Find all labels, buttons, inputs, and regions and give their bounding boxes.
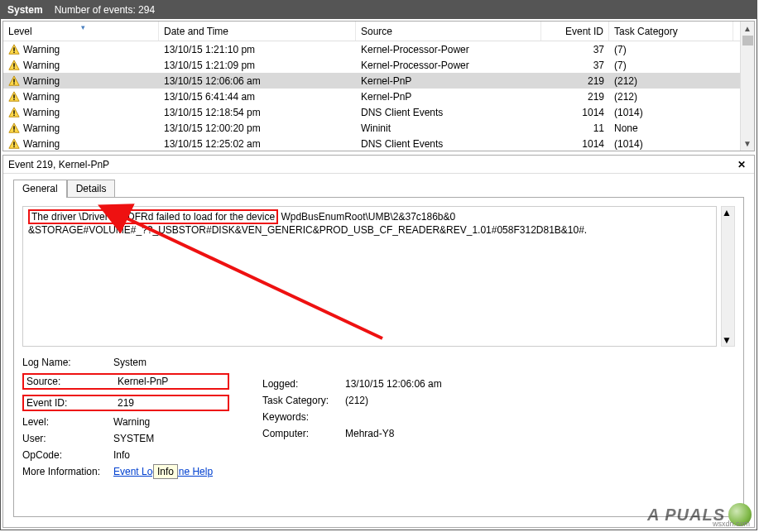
cell-date: 13/10/15 12:25:02 am — [159, 136, 356, 151]
cell-level: Warning — [23, 107, 60, 118]
cell-source: DNS Client Events — [356, 136, 541, 151]
cell-level: Warning — [23, 91, 60, 103]
tab-general[interactable]: General — [13, 180, 67, 198]
titlebar: System Number of events: 294 — [1, 1, 757, 19]
cell-event-id: 1014 — [541, 104, 609, 121]
cell-source: Kernel-Processor-Power — [356, 57, 541, 74]
event-viewer-window: System Number of events: 294 Level ▾ Dat… — [0, 0, 757, 530]
value-opcode: Info — [113, 449, 221, 461]
fields-column-left: Log Name: System Source: Kernel-PnP Even… — [22, 357, 229, 477]
cell-date: 13/10/15 1:21:09 pm — [159, 57, 356, 74]
warning-icon — [8, 44, 20, 55]
fields-column-right: Logged: 13/10/15 12:06:06 am Task Catego… — [262, 378, 478, 477]
value-event-id: 219 — [118, 397, 225, 409]
column-header-level[interactable]: Level ▾ — [3, 22, 159, 41]
cell-task: (7) — [609, 57, 733, 74]
column-header-source[interactable]: Source — [356, 22, 541, 41]
events-table-body: Warning13/10/15 1:21:10 pmKernel-Process… — [3, 41, 740, 151]
events-scrollbar[interactable]: ▲ ▼ — [740, 22, 754, 151]
detail-tab-strip: General Details — [3, 174, 754, 197]
label-computer: Computer: — [262, 428, 345, 439]
svg-rect-8 — [13, 110, 14, 113]
value-log-name: System — [113, 357, 221, 368]
cell-event-id: 11 — [541, 120, 609, 137]
field-keywords: Keywords: — [262, 411, 478, 423]
table-row[interactable]: Warning13/10/15 12:06:06 amKernel-PnP219… — [3, 73, 740, 89]
table-row[interactable]: Warning13/10/15 1:21:10 pmKernel-Process… — [3, 41, 740, 57]
events-list-pane: Level ▾ Date and Time Source Event ID Ta… — [2, 21, 755, 151]
field-more-info: More Information: Event Log Online Help … — [22, 466, 229, 477]
tab-details[interactable]: Details — [67, 180, 116, 198]
warning-icon — [8, 138, 20, 150]
column-header-task[interactable]: Task Category — [609, 22, 733, 41]
svg-rect-4 — [13, 79, 14, 82]
table-row[interactable]: Warning13/10/15 12:25:02 amDNS Client Ev… — [3, 136, 740, 151]
cell-date: 13/10/15 6:41:44 am — [159, 89, 356, 105]
scroll-thumb[interactable] — [742, 36, 753, 46]
table-row[interactable]: Warning13/10/15 1:21:09 pmKernel-Process… — [3, 57, 740, 73]
svg-rect-13 — [13, 146, 14, 146]
events-table-header: Level ▾ Date and Time Source Event ID Ta… — [3, 22, 740, 41]
close-icon[interactable]: ✕ — [734, 159, 749, 170]
cell-date: 13/10/15 12:06:06 am — [159, 73, 356, 89]
warning-icon — [8, 60, 20, 71]
scroll-down-icon[interactable]: ▼ — [741, 137, 754, 151]
cell-event-id: 37 — [541, 41, 609, 58]
value-source: Kernel-PnP — [118, 376, 225, 387]
cell-source: Kernel-Processor-Power — [356, 41, 541, 58]
cell-event-id: 1014 — [541, 136, 609, 151]
desc-scroll-up-icon[interactable]: ▲ — [722, 207, 734, 218]
value-computer: Mehrad-Y8 — [345, 428, 453, 439]
field-logged: Logged: 13/10/15 12:06:06 am — [262, 378, 478, 390]
cell-event-id: 219 — [541, 89, 609, 105]
cell-source: Kernel-PnP — [356, 89, 541, 105]
cell-level: Warning — [23, 44, 60, 55]
svg-rect-5 — [13, 83, 14, 84]
event-fields-grid: Log Name: System Source: Kernel-PnP Even… — [22, 357, 735, 477]
cell-level: Warning — [23, 138, 60, 150]
value-level: Warning — [113, 416, 221, 428]
label-opcode: OpCode: — [22, 449, 113, 461]
field-level: Level: Warning — [22, 416, 229, 428]
label-keywords: Keywords: — [262, 411, 345, 423]
warning-icon — [8, 91, 20, 103]
warning-icon — [8, 122, 20, 134]
cell-source: Wininit — [356, 120, 541, 137]
table-row[interactable]: Warning13/10/15 6:41:44 amKernel-PnP219(… — [3, 89, 740, 104]
field-log-name: Log Name: System — [22, 357, 229, 368]
svg-rect-11 — [13, 130, 14, 131]
events-table: Level ▾ Date and Time Source Event ID Ta… — [3, 22, 740, 151]
column-header-date[interactable]: Date and Time — [159, 22, 356, 41]
desc-line2: &STORAGE#VOLUME#_??_USBSTOR#DISK&VEN_GEN… — [28, 224, 587, 236]
highlighted-driver-text: The driver \Driver\WUDFRd failed to load… — [28, 209, 278, 224]
label-user: User: — [22, 433, 113, 444]
event-description-box: The driver \Driver\WUDFRd failed to load… — [22, 206, 717, 347]
scroll-up-icon[interactable]: ▲ — [741, 22, 754, 36]
field-task-category: Task Category: (212) — [262, 395, 478, 406]
detail-header-bar: Event 219, Kernel-PnP ✕ — [3, 156, 754, 174]
cell-task: (212) — [609, 73, 733, 89]
value-logged: 13/10/15 12:06:06 am — [345, 378, 478, 390]
field-source: Source: Kernel-PnP — [22, 373, 229, 390]
desc-scroll-down-icon[interactable]: ▼ — [722, 334, 732, 346]
description-scrollbar[interactable]: ▲ ▼ — [721, 206, 735, 347]
table-row[interactable]: Warning13/10/15 12:18:54 pmDNS Client Ev… — [3, 104, 740, 120]
svg-rect-7 — [13, 98, 14, 99]
value-user: SYSTEM — [113, 433, 221, 444]
field-opcode: OpCode: Info — [22, 449, 229, 461]
svg-rect-9 — [13, 114, 14, 115]
corner-credit: wsxdn.com — [713, 520, 750, 528]
svg-rect-2 — [13, 63, 14, 66]
svg-rect-3 — [13, 67, 14, 68]
cell-date: 13/10/15 1:21:10 pm — [159, 41, 356, 58]
value-keywords — [345, 411, 453, 423]
label-source: Source: — [26, 376, 118, 387]
table-row[interactable]: Warning13/10/15 12:00:20 pmWininit11None — [3, 120, 740, 136]
cell-task: (7) — [609, 41, 733, 58]
column-header-event-id[interactable]: Event ID — [541, 22, 609, 41]
column-header-level-label: Level — [8, 26, 32, 37]
svg-rect-12 — [13, 141, 14, 145]
titlebar-event-count: Number of events: 294 — [55, 4, 155, 16]
label-log-name: Log Name: — [22, 357, 113, 368]
label-level: Level: — [22, 416, 113, 428]
